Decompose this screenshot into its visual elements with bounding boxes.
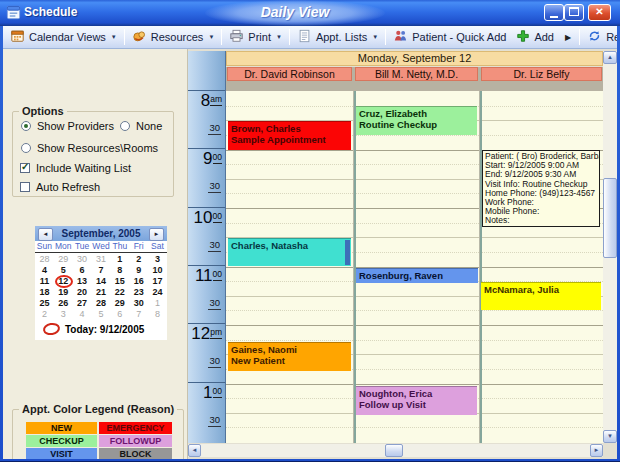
vertical-scrollbar-thumb[interactable] [603,178,617,258]
calendar-day[interactable]: 21 [92,287,111,298]
resources-icon [132,29,147,45]
app-window: Schedule Daily View ✕ Calendar Views▼ Re… [0,0,620,462]
calendar-day[interactable]: 22 [110,287,129,298]
calendar-day[interactable]: 31 [92,254,111,265]
appointment-gaines-naomi[interactable]: Gaines, Naomi New Patient [228,342,351,371]
scroll-up-button[interactable]: ▲ [603,51,617,64]
minimize-button[interactable] [544,4,564,21]
calendar-day[interactable]: 8 [110,265,129,276]
resources-button[interactable]: Resources▼ [127,28,220,47]
toolbar-separator [579,29,580,45]
appointment-tooltip: Patient: ( Bro) Broderick, Barbara Start… [482,150,600,227]
radio-none[interactable] [120,121,130,131]
appointment-charles-natasha[interactable]: Charles, Natasha [228,238,351,266]
calendar-day[interactable]: 14 [92,276,111,287]
calendar-views-button[interactable]: Calendar Views▼ [5,28,122,47]
refresh-icon [587,29,602,45]
calendar-day[interactable]: 1 [148,298,167,309]
window-title: Schedule [24,5,77,19]
show-resources-option[interactable]: Show Resources\Rooms [21,142,158,154]
appointment-mcnamara-julia[interactable]: McNamara, Julia [481,282,601,310]
scroll-left-button[interactable]: ◄ [188,444,201,457]
calendar-days: 2829303112345678910111213141516171819202… [35,253,167,320]
half-hour-label: 30 [208,239,221,252]
calendar-day[interactable]: 15 [110,276,129,287]
calendar-day[interactable]: 7 [92,265,111,276]
add-button[interactable]: Add [511,28,559,47]
calendar-day[interactable]: 9 [129,265,148,276]
calendar-day[interactable]: 16 [129,276,148,287]
hour-label: 9 [203,149,212,168]
close-button[interactable]: ✕ [588,4,611,21]
checkbox-include-waiting[interactable] [20,163,30,173]
calendar-next-button[interactable]: ► [149,228,164,241]
calendar-month-title: September, 2005 [62,228,141,239]
provider-column-header[interactable]: Bill M. Netty, M.D. [355,67,478,81]
appointment-patient-name: Brown, Charles [231,123,348,134]
calendar-day[interactable]: 30 [129,298,148,309]
refresh-button[interactable]: Refresh [582,28,620,47]
calendar-day[interactable]: 8 [148,309,167,320]
checkbox-auto-refresh[interactable] [20,182,30,192]
radio-show-providers[interactable] [21,121,31,131]
show-resources-label: Show Resources\Rooms [37,142,158,154]
calendar-day[interactable]: 7 [129,309,148,320]
appointment-brown-charles[interactable]: Brown, Charles Sample Appointment [228,121,351,150]
appt-lists-button[interactable]: Appt. Lists▼ [292,28,383,47]
calendar-day[interactable]: 19 [54,287,73,298]
calendar-day[interactable]: 6 [110,309,129,320]
show-providers-option[interactable]: Show Providers [21,120,114,132]
calendar-day[interactable]: 25 [35,298,54,309]
calendar-day[interactable]: 5 [92,309,111,320]
provider-column-header[interactable]: Dr. David Robinson [227,67,352,81]
calendar-day[interactable]: 2 [35,309,54,320]
calendar-day[interactable]: 27 [73,298,92,309]
include-waiting-option[interactable]: Include Waiting List [20,162,131,174]
calendar-day[interactable]: 29 [110,298,129,309]
half-hour-label: 30 [208,122,221,135]
patient-quick-add-button[interactable]: Patient - Quick Add [388,28,511,47]
calendar-weekday-row: Sun Mon Tue Wed Thu Fri Sat [35,241,167,253]
calendar-day[interactable]: 29 [54,254,73,265]
calendar-day[interactable]: 24 [148,287,167,298]
provider-column-header[interactable]: Dr. Liz Belfy [481,67,602,81]
print-button[interactable]: Print▼ [224,28,287,47]
calendar-day[interactable]: 17 [148,276,167,287]
calendar-day[interactable]: 23 [129,287,148,298]
add-expander-button[interactable]: ▶ [559,28,577,47]
calendar-day[interactable]: 18 [35,287,54,298]
calendar-day[interactable]: 10 [148,265,167,276]
calendar-day[interactable]: 28 [92,298,111,309]
appointment-grid[interactable]: Brown, Charles Sample Appointment Cruz, … [226,91,603,443]
calendar-day[interactable]: 6 [73,265,92,276]
calendar-day[interactable]: 4 [73,309,92,320]
calendar-day[interactable]: 2 [129,254,148,265]
calendar-day[interactable]: 11 [35,276,54,287]
calendar-day[interactable]: 28 [35,254,54,265]
calendar-day[interactable]: 13 [73,276,92,287]
scroll-right-button[interactable]: ► [590,444,603,457]
none-option[interactable]: None [120,120,162,132]
hour-suffix: pm [210,327,222,339]
auto-refresh-option[interactable]: Auto Refresh [20,181,100,193]
calendar-day[interactable]: 3 [54,309,73,320]
calendar-day[interactable]: 20 [73,287,92,298]
appointment-noughton-erica[interactable]: Noughton, Erica Follow up Visit [356,386,477,415]
scroll-down-button[interactable]: ▼ [603,430,617,443]
appointment-resize-handle[interactable] [345,240,350,265]
calendar-day[interactable]: 26 [54,298,73,309]
horizontal-scrollbar-thumb[interactable] [385,444,403,457]
maximize-button[interactable] [564,4,584,21]
radio-show-resources[interactable] [21,143,31,153]
calendar-day[interactable]: 4 [35,265,54,276]
appointment-rosenburg-raven[interactable]: Rosenburg, Raven [356,268,478,283]
calendar-day[interactable]: 3 [148,254,167,265]
calendar-day[interactable]: 1 [110,254,129,265]
calendar-header: ◄ September, 2005 ► [35,226,167,241]
calendar-day[interactable]: 30 [73,254,92,265]
calendar-today-row[interactable]: Today: 9/12/2005 [35,320,167,335]
calendar-prev-button[interactable]: ◄ [38,228,53,241]
appointment-cruz-elizabeth[interactable]: Cruz, Elizabeth Routine Checkup [356,106,477,135]
calendar-day-selected[interactable]: 12 [54,276,73,287]
time-row-11am: 1100 30 [188,265,225,323]
